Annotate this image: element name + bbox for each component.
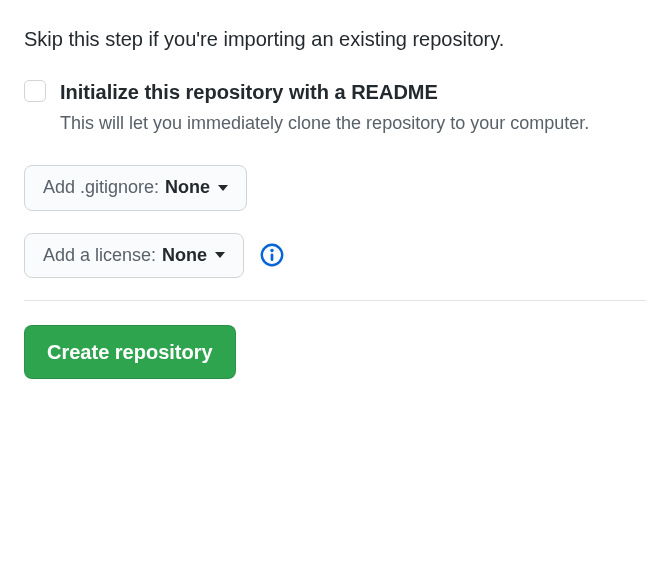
section-divider bbox=[24, 300, 646, 301]
info-icon bbox=[260, 243, 284, 267]
create-repository-button[interactable]: Create repository bbox=[24, 325, 236, 379]
license-row: Add a license: None bbox=[24, 233, 646, 279]
initialize-readme-checkbox[interactable] bbox=[24, 80, 46, 102]
initialize-readme-description: This will let you immediately clone the … bbox=[60, 110, 620, 137]
gitignore-value: None bbox=[165, 177, 210, 199]
caret-down-icon bbox=[215, 252, 225, 258]
license-prefix: Add a license: bbox=[43, 245, 156, 267]
svg-point-1 bbox=[270, 249, 273, 252]
skip-step-hint: Skip this step if you're importing an ex… bbox=[24, 24, 624, 54]
license-value: None bbox=[162, 245, 207, 267]
initialize-readme-option: Initialize this repository with a README… bbox=[24, 78, 646, 137]
initialize-readme-text: Initialize this repository with a README… bbox=[60, 78, 646, 137]
gitignore-dropdown[interactable]: Add .gitignore: None bbox=[24, 165, 247, 211]
license-dropdown[interactable]: Add a license: None bbox=[24, 233, 244, 279]
initialize-readme-label: Initialize this repository with a README bbox=[60, 78, 646, 106]
gitignore-row: Add .gitignore: None bbox=[24, 165, 646, 211]
svg-rect-2 bbox=[271, 254, 274, 262]
license-info-button[interactable] bbox=[260, 243, 284, 267]
gitignore-prefix: Add .gitignore: bbox=[43, 177, 159, 199]
caret-down-icon bbox=[218, 185, 228, 191]
